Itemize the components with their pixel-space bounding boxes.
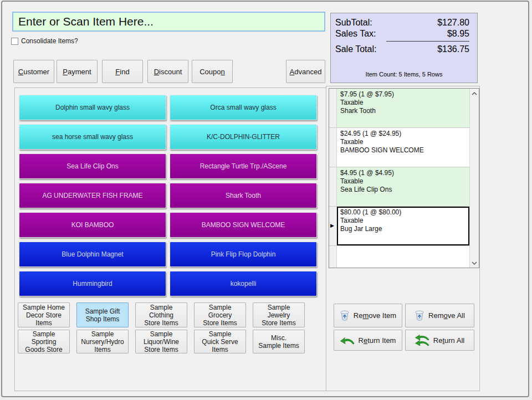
green-double-return-arrow-icon bbox=[415, 335, 429, 346]
category-home-decor-button[interactable]: Sample Home Decor Store Items bbox=[18, 302, 70, 327]
totals-panel: SubTotal: $127.80 Sales Tax: $8.95 Sale … bbox=[330, 13, 478, 83]
return-item-label: Return Item bbox=[359, 336, 396, 345]
receipt-row-item-name: Sea Life Clip Ons bbox=[340, 186, 466, 194]
receipt-row[interactable]: $4.95 (1 @ $4.95) Taxable Sea Life Clip … bbox=[337, 167, 469, 207]
green-return-arrow-icon bbox=[340, 336, 355, 345]
category-quick-serve-button[interactable]: Sample Quick Serve Items bbox=[194, 330, 246, 353]
coupon-button-label: Coupon bbox=[200, 68, 225, 76]
receipt-row-price: $7.95 (1 @ $7.95) bbox=[340, 90, 466, 99]
return-all-button[interactable]: Return All bbox=[405, 330, 474, 351]
product-button[interactable]: Sea Life Clip Ons bbox=[19, 153, 166, 179]
category-nursery-hydro-button[interactable]: Sample Nursery/Hydro Items bbox=[76, 330, 129, 353]
return-all-label: Return All bbox=[433, 336, 464, 345]
remove-item-button[interactable]: Remove Item bbox=[334, 304, 402, 327]
payment-button-label: Payment bbox=[63, 68, 91, 76]
receipt-row-item-name: BAMBOO SIGN WELCOME bbox=[340, 146, 466, 155]
receipt-row-gutter: ▶ bbox=[329, 89, 337, 268]
remove-all-button[interactable]: Remove All bbox=[405, 304, 474, 327]
receipt-row-price: $4.95 (1 @ $4.95) bbox=[340, 169, 466, 177]
totals-divider bbox=[386, 41, 469, 42]
product-button[interactable]: Hummingbird bbox=[19, 271, 166, 296]
remove-item-label: Remove Item bbox=[354, 311, 396, 320]
product-button[interactable]: Rectangle Turtle Trp./AScene bbox=[170, 153, 317, 179]
sales-tax-label: Sales Tax: bbox=[335, 29, 376, 39]
receipt-row-selected[interactable]: $80.00 (1 @ $80.00) Taxable Bug Jar Larg… bbox=[337, 207, 469, 246]
product-grid: Dolphin small wavy glass Orca small wavy… bbox=[19, 95, 317, 296]
scroll-down-button[interactable] bbox=[470, 258, 479, 268]
category-misc-button[interactable]: Misc. Sample Items bbox=[253, 330, 305, 353]
category-liquor-wine-button[interactable]: Sample Liquor/Wine Store Items bbox=[135, 330, 187, 353]
receipt-row-price: $24.95 (1 @ $24.95) bbox=[340, 130, 466, 138]
product-button[interactable]: KOI BAMBOO bbox=[19, 212, 166, 238]
selected-row-pointer-icon: ▶ bbox=[330, 223, 334, 228]
pos-window: Consolidate Items? Customer Payment Find… bbox=[1, 1, 529, 397]
coupon-button[interactable]: Coupon bbox=[192, 60, 233, 83]
receipt-row-item-name: Shark Tooth bbox=[340, 107, 466, 115]
checkbox-unchecked-icon[interactable] bbox=[11, 38, 18, 45]
receipt-row[interactable]: $7.95 (1 @ $7.95) Taxable Shark Tooth bbox=[337, 89, 469, 128]
find-button[interactable]: Find bbox=[102, 60, 143, 83]
customer-button[interactable]: Customer bbox=[13, 60, 54, 83]
consolidate-items-checkbox[interactable]: Consolidate Items? bbox=[11, 37, 78, 45]
payment-button[interactable]: Payment bbox=[57, 60, 98, 83]
find-button-label: Find bbox=[115, 68, 129, 76]
customer-button-label: Customer bbox=[18, 68, 49, 76]
scroll-up-button[interactable] bbox=[470, 89, 479, 98]
product-button[interactable]: Orca small wavy glass bbox=[170, 95, 317, 120]
recycle-bin-icon bbox=[340, 310, 350, 321]
category-grocery-button[interactable]: Sample Grocery Store Items bbox=[194, 302, 246, 327]
scan-item-input[interactable] bbox=[12, 12, 325, 32]
sale-total-value: $136.75 bbox=[437, 44, 469, 54]
product-button[interactable]: Pink Flip Flop Dolphin bbox=[170, 242, 317, 267]
product-button[interactable]: kokopelli bbox=[170, 271, 317, 296]
category-sporting-goods-button[interactable]: Sample Sporting Goods Store bbox=[18, 330, 70, 353]
discount-button[interactable]: Discount bbox=[147, 60, 188, 83]
subtotal-label: SubTotal: bbox=[335, 18, 372, 28]
receipt-row-tax: Taxable bbox=[340, 99, 466, 107]
product-button[interactable]: BAMBOO SIGN WELCOME bbox=[170, 212, 317, 238]
receipt-list: ▶ $7.95 (1 @ $7.95) Taxable Shark Tooth … bbox=[329, 88, 479, 268]
subtotal-value: $127.80 bbox=[437, 18, 469, 28]
receipt-row-item-name: Bug Jar Large bbox=[340, 225, 466, 233]
product-button[interactable]: Dolphin small wavy glass bbox=[19, 95, 166, 120]
receipt-row-tax: Taxable bbox=[340, 177, 466, 186]
return-item-button[interactable]: Return Item bbox=[334, 330, 402, 351]
discount-button-label: Discount bbox=[154, 68, 182, 76]
advanced-button-label: Advanced bbox=[290, 68, 322, 76]
product-button[interactable]: AG UNDERWATER FISH FRAME bbox=[19, 183, 166, 208]
receipt-row-tax: Taxable bbox=[340, 217, 466, 225]
receipt-row-price: $80.00 (1 @ $80.00) bbox=[340, 208, 466, 217]
chevron-down-icon bbox=[472, 261, 477, 265]
sale-total-label: Sale Total: bbox=[335, 44, 376, 54]
category-clothing-button[interactable]: Sample Clothing Store Items bbox=[135, 302, 187, 327]
product-button[interactable]: sea horse small wavy glass bbox=[19, 124, 166, 150]
chevron-up-icon bbox=[472, 92, 477, 95]
remove-all-label: Remove All bbox=[428, 311, 465, 320]
category-gift-shop-button[interactable]: Sample Gift Shop Items bbox=[76, 302, 129, 327]
product-button[interactable]: Shark Tooth bbox=[170, 183, 317, 208]
receipt-rows: $7.95 (1 @ $7.95) Taxable Shark Tooth $2… bbox=[337, 89, 469, 268]
advanced-button[interactable]: Advanced bbox=[286, 60, 325, 83]
item-count-text: Item Count: 5 Items, 5 Rows bbox=[331, 71, 477, 78]
recycle-bin-icon bbox=[415, 310, 424, 321]
sales-tax-value: $8.95 bbox=[447, 29, 469, 39]
category-jewelry-button[interactable]: Sample Jewelry Store Items bbox=[253, 302, 305, 327]
receipt-row-tax: Taxable bbox=[340, 138, 466, 146]
product-button[interactable]: Blue Dolphin Magnet bbox=[19, 242, 166, 267]
consolidate-items-label: Consolidate Items? bbox=[21, 37, 78, 45]
receipt-scrollbar[interactable] bbox=[469, 89, 479, 268]
category-grid: Sample Home Decor Store Items Sample Gif… bbox=[18, 302, 305, 353]
receipt-row[interactable]: $24.95 (1 @ $24.95) Taxable BAMBOO SIGN … bbox=[337, 128, 469, 167]
product-button[interactable]: K/C-DOLPHIN-GLITTER bbox=[170, 124, 317, 150]
